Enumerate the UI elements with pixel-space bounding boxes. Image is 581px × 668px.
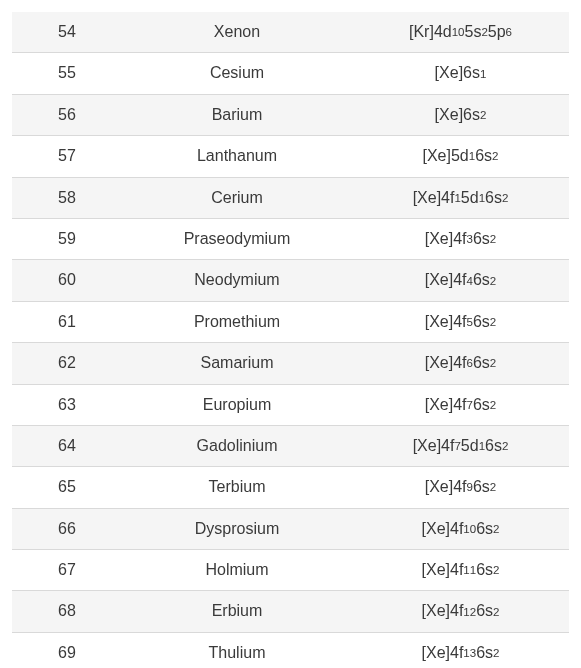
electron-configuration: [Xe]4f76s2 bbox=[352, 385, 569, 425]
electron-configuration: [Xe]4f96s2 bbox=[352, 467, 569, 507]
atomic-number: 66 bbox=[12, 509, 122, 549]
element-name: Dysprosium bbox=[122, 509, 352, 549]
element-name: Thulium bbox=[122, 633, 352, 668]
table-row: 54Xenon[Kr]4d105s25p6 bbox=[12, 12, 569, 53]
element-name: Samarium bbox=[122, 343, 352, 383]
electron-configuration: [Xe]4f106s2 bbox=[352, 509, 569, 549]
electron-configuration: [Xe]4f66s2 bbox=[352, 343, 569, 383]
element-name: Promethium bbox=[122, 302, 352, 342]
table-row: 63Europium[Xe]4f76s2 bbox=[12, 385, 569, 426]
element-name: Xenon bbox=[122, 12, 352, 52]
atomic-number: 65 bbox=[12, 467, 122, 507]
atomic-number: 58 bbox=[12, 178, 122, 218]
table-row: 57Lanthanum[Xe]5d16s2 bbox=[12, 136, 569, 177]
element-name: Holmium bbox=[122, 550, 352, 590]
element-name: Europium bbox=[122, 385, 352, 425]
table-row: 58Cerium[Xe]4f15d16s2 bbox=[12, 178, 569, 219]
atomic-number: 63 bbox=[12, 385, 122, 425]
element-name: Gadolinium bbox=[122, 426, 352, 466]
element-name: Terbium bbox=[122, 467, 352, 507]
electron-configuration: [Xe]4f56s2 bbox=[352, 302, 569, 342]
element-name: Praseodymium bbox=[122, 219, 352, 259]
table-row: 59Praseodymium[Xe]4f36s2 bbox=[12, 219, 569, 260]
electron-configuration: [Kr]4d105s25p6 bbox=[352, 12, 569, 52]
atomic-number: 62 bbox=[12, 343, 122, 383]
electron-configuration: [Xe]4f15d16s2 bbox=[352, 178, 569, 218]
atomic-number: 68 bbox=[12, 591, 122, 631]
table-row: 56Barium[Xe]6s2 bbox=[12, 95, 569, 136]
table-row: 64Gadolinium[Xe]4f75d16s2 bbox=[12, 426, 569, 467]
electron-configuration: [Xe]4f46s2 bbox=[352, 260, 569, 300]
table-row: 55Cesium[Xe]6s1 bbox=[12, 53, 569, 94]
atomic-number: 54 bbox=[12, 12, 122, 52]
element-name: Barium bbox=[122, 95, 352, 135]
table-row: 68Erbium[Xe]4f126s2 bbox=[12, 591, 569, 632]
table-row: 60Neodymium[Xe]4f46s2 bbox=[12, 260, 569, 301]
electron-configuration: [Xe]4f116s2 bbox=[352, 550, 569, 590]
electron-configuration: [Xe]4f136s2 bbox=[352, 633, 569, 668]
atomic-number: 67 bbox=[12, 550, 122, 590]
atomic-number: 55 bbox=[12, 53, 122, 93]
table-row: 66Dysprosium[Xe]4f106s2 bbox=[12, 509, 569, 550]
table-row: 69Thulium[Xe]4f136s2 bbox=[12, 633, 569, 668]
electron-configuration: [Xe]5d16s2 bbox=[352, 136, 569, 176]
element-name: Cesium bbox=[122, 53, 352, 93]
element-name: Neodymium bbox=[122, 260, 352, 300]
atomic-number: 69 bbox=[12, 633, 122, 668]
atomic-number: 56 bbox=[12, 95, 122, 135]
table-row: 67Holmium[Xe]4f116s2 bbox=[12, 550, 569, 591]
table-row: 62Samarium[Xe]4f66s2 bbox=[12, 343, 569, 384]
element-name: Erbium bbox=[122, 591, 352, 631]
electron-configuration: [Xe]4f126s2 bbox=[352, 591, 569, 631]
electron-configuration: [Xe]4f36s2 bbox=[352, 219, 569, 259]
table-row: 65Terbium[Xe]4f96s2 bbox=[12, 467, 569, 508]
electron-config-table: 54Xenon[Kr]4d105s25p655Cesium[Xe]6s156Ba… bbox=[12, 12, 569, 668]
electron-configuration: [Xe]6s2 bbox=[352, 95, 569, 135]
atomic-number: 57 bbox=[12, 136, 122, 176]
electron-configuration: [Xe]4f75d16s2 bbox=[352, 426, 569, 466]
atomic-number: 61 bbox=[12, 302, 122, 342]
table-row: 61Promethium[Xe]4f56s2 bbox=[12, 302, 569, 343]
atomic-number: 60 bbox=[12, 260, 122, 300]
element-name: Cerium bbox=[122, 178, 352, 218]
electron-configuration: [Xe]6s1 bbox=[352, 53, 569, 93]
atomic-number: 59 bbox=[12, 219, 122, 259]
element-name: Lanthanum bbox=[122, 136, 352, 176]
atomic-number: 64 bbox=[12, 426, 122, 466]
